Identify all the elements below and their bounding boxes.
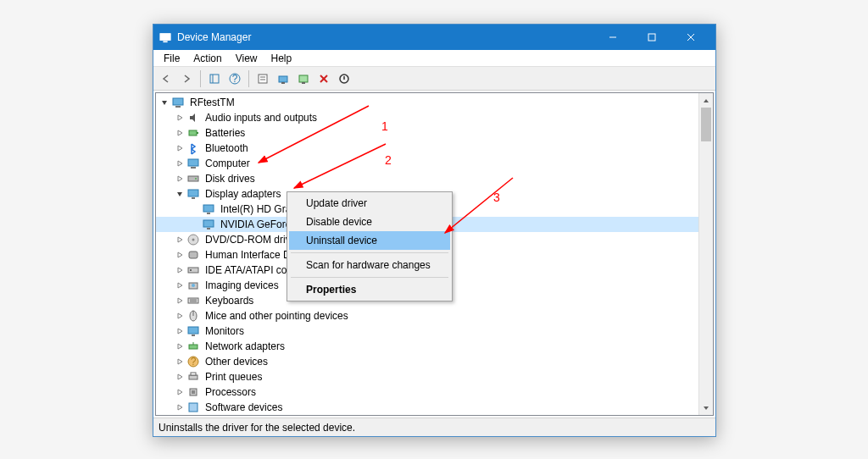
svg-rect-3	[648, 34, 655, 41]
svg-rect-56	[189, 403, 198, 412]
uninstall-button[interactable]	[314, 69, 333, 88]
context-menu: Update driver Disable device Uninstall d…	[287, 191, 453, 301]
scrollbar-thumb[interactable]	[701, 108, 711, 141]
expander-icon[interactable]	[175, 113, 185, 123]
tree-item-processor[interactable]: Processors	[156, 384, 698, 400]
tree-item-label: Network adapters	[203, 340, 287, 352]
menu-help[interactable]: Help	[264, 51, 299, 66]
menu-action[interactable]: Action	[186, 51, 228, 66]
expander-icon[interactable]	[175, 357, 185, 367]
svg-rect-33	[207, 228, 210, 230]
expander-icon[interactable]	[175, 189, 185, 199]
menubar: File Action View Help	[153, 50, 715, 67]
expander-icon	[190, 204, 200, 214]
tree-item-label: Disk drives	[203, 173, 257, 185]
help-button[interactable]: ?	[225, 69, 244, 88]
show-hide-tree-button[interactable]	[205, 69, 224, 88]
expander-icon[interactable]	[175, 158, 185, 169]
scroll-up-button[interactable]	[699, 93, 713, 108]
svg-rect-15	[299, 75, 308, 82]
vertical-scrollbar[interactable]	[698, 93, 713, 415]
tree-root[interactable]: RFtestTM	[156, 95, 698, 110]
bluetooth-icon	[186, 141, 200, 155]
tree-item-mouse[interactable]: Mice and other pointing devices	[156, 308, 698, 324]
maximize-button[interactable]	[632, 25, 671, 50]
back-button[interactable]	[157, 69, 175, 88]
expander-icon[interactable]	[175, 326, 185, 336]
svg-point-35	[192, 239, 195, 241]
menu-properties[interactable]: Properties	[289, 280, 450, 299]
scroll-down-button[interactable]	[699, 401, 713, 415]
app-icon	[159, 30, 172, 44]
forward-button[interactable]	[177, 69, 196, 88]
printer-icon	[186, 370, 200, 384]
titlebar[interactable]: Device Manager	[153, 25, 715, 50]
computer-root-icon	[171, 96, 185, 109]
menu-update-driver[interactable]: Update driver	[289, 194, 450, 213]
svg-rect-0	[160, 34, 170, 41]
status-text: Uninstalls the driver for the selected d…	[159, 422, 355, 434]
statusbar: Uninstalls the driver for the selected d…	[153, 418, 715, 436]
tree-item-network[interactable]: Network adapters	[156, 339, 698, 354]
expander-icon[interactable]	[175, 311, 185, 321]
menu-scan-hardware[interactable]: Scan for hardware changes	[289, 256, 450, 274]
tree-item-other[interactable]: ?Other devices	[156, 354, 698, 369]
tree-item-bluetooth[interactable]: Bluetooth	[156, 141, 698, 156]
tree-item-label: Mice and other pointing devices	[203, 310, 350, 322]
svg-rect-37	[188, 268, 198, 273]
mouse-icon	[186, 309, 200, 323]
disk-icon	[186, 172, 200, 185]
network-icon	[186, 340, 200, 353]
expander-icon[interactable]	[175, 128, 185, 138]
toolbar-separator	[200, 70, 201, 87]
expander-icon[interactable]	[175, 235, 185, 245]
properties-button[interactable]	[253, 69, 272, 88]
scan-hardware-button[interactable]	[294, 69, 313, 88]
tree-item-label: Imaging devices	[203, 279, 281, 291]
dvd-icon	[186, 233, 200, 246]
tree-item-label: Print queues	[203, 371, 264, 383]
ide-icon	[186, 263, 200, 277]
expander-icon[interactable]	[175, 174, 185, 184]
display-child-icon	[202, 202, 215, 216]
tree-item-label: RFtestTM	[188, 97, 236, 108]
expander-icon	[190, 219, 200, 230]
svg-text:?: ?	[191, 356, 197, 368]
menu-uninstall-device[interactable]: Uninstall device	[289, 231, 450, 250]
tree-item-audio[interactable]: Audio inputs and outputs	[156, 110, 698, 125]
expander-icon[interactable]	[175, 250, 185, 260]
expander-icon[interactable]	[159, 97, 170, 108]
scrollbar-track[interactable]	[699, 141, 713, 401]
update-driver-button[interactable]	[274, 69, 292, 88]
svg-rect-1	[163, 41, 167, 42]
expander-icon[interactable]	[175, 341, 185, 351]
expander-icon[interactable]	[175, 387, 185, 397]
svg-rect-24	[188, 159, 198, 166]
tree-item-disk[interactable]: Disk drives	[156, 171, 698, 186]
tree-item-printer[interactable]: Print queues	[156, 369, 698, 384]
tree-item-battery[interactable]: Batteries	[156, 125, 698, 141]
svg-rect-32	[203, 220, 214, 227]
close-button[interactable]	[671, 25, 710, 50]
expander-icon[interactable]	[175, 280, 185, 290]
menu-separator	[291, 252, 448, 253]
menu-file[interactable]: File	[157, 51, 186, 66]
minimize-button[interactable]	[593, 25, 632, 50]
tree-item-computer[interactable]: Computer	[156, 156, 698, 171]
expander-icon[interactable]	[175, 143, 185, 153]
expander-icon[interactable]	[175, 296, 185, 306]
expander-icon[interactable]	[175, 402, 185, 412]
expander-icon[interactable]	[175, 372, 185, 382]
svg-rect-21	[175, 106, 181, 108]
svg-rect-30	[203, 205, 214, 212]
svg-rect-16	[302, 82, 305, 84]
svg-rect-46	[188, 327, 198, 334]
menu-view[interactable]: View	[229, 51, 264, 66]
tree-item-monitor[interactable]: Monitors	[156, 324, 698, 339]
expander-icon[interactable]	[175, 265, 185, 275]
disable-button[interactable]	[335, 69, 353, 88]
display-child-icon	[202, 218, 215, 231]
tree-item-software[interactable]: Software devices	[156, 400, 698, 415]
svg-rect-31	[207, 213, 210, 214]
menu-disable-device[interactable]: Disable device	[289, 213, 450, 231]
